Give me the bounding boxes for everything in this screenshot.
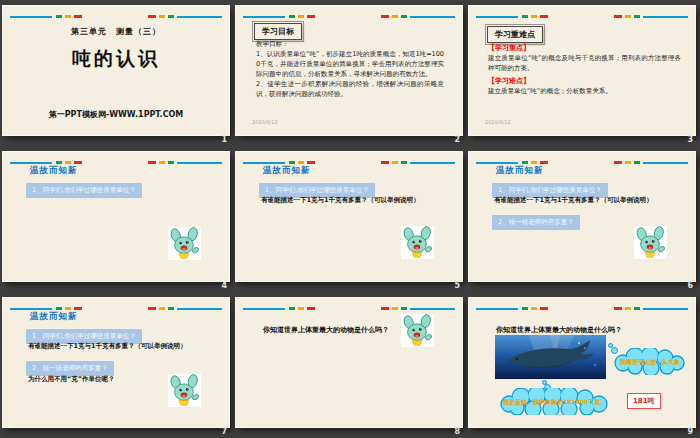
slide-cell-6: 温故而知新 1、同学们,你们学过哪些质量单位？ 有谁能描述一下1克与1千克有多重… (466, 146, 699, 292)
slide-thumbnail-1[interactable]: 第三单元 测量（三） 吨的认识 第一PPT模板网-WWW.1PPT.COM (3, 6, 229, 135)
date-stamp: 2020/6/12 (485, 119, 511, 125)
slide-thumbnail-4[interactable]: 温故而知新 1、同学们,你们学过哪些质量单位？ (3, 152, 229, 281)
review-title: 温故而知新 (496, 165, 544, 177)
question-2-box: 2、猜一猜老师约有多重？ (492, 215, 580, 230)
slide-thumbnail-3[interactable]: 学习重难点 【学习重点】 建立质量单位“吨”的概念及吨与千克的换算；用列表的方法… (469, 6, 695, 135)
section-title-box: 学习重难点 (487, 26, 543, 43)
biggest-animal-question: 你知道世界上体重最大的动物是什么吗？ (263, 325, 389, 335)
page-number: 6 (687, 281, 693, 290)
decorative-stripe (10, 15, 222, 18)
speech-bubble-bottom: 我是蓝鲸，我的体重是181000千克。 (497, 388, 612, 415)
decorative-stripe (10, 307, 222, 310)
slide-cell-1: 第三单元 测量（三） 吨的认识 第一PPT模板网-WWW.1PPT.COM 1 (0, 0, 233, 146)
slide-thumbnail-9[interactable]: 你知道世界上体重最大的动物是什么吗？ (469, 298, 695, 427)
page-number: 1 (221, 135, 227, 144)
mascot-image (401, 314, 434, 351)
question-1-box: 1、同学们,你们学过哪些质量单位？ (26, 183, 142, 198)
slide-thumbnail-5[interactable]: 温故而知新 1、同学们,你们学过哪些质量单位？ 有谁能描述一下1克与1千克有多重… (236, 152, 462, 281)
decorative-stripe (243, 307, 455, 310)
page-number: 5 (454, 281, 460, 290)
mascot-image (401, 226, 434, 263)
describe-weight-line: 有谁能描述一下1克与1千克有多重？（可以举例说明） (28, 342, 187, 351)
source-footer: 第一PPT模板网-WWW.1PPT.COM (3, 109, 229, 120)
bubble-bottom-text: 我是蓝鲸，我的体重是181000千克。 (497, 398, 612, 407)
page-number: 7 (221, 427, 227, 436)
key-point-text: 建立质量单位“吨”的概念及吨与千克的换算；用列表的方法整理各种可能的方案。 (488, 53, 681, 73)
difficulty-text: 建立质量单位“吨”的概念；分析数量关系。 (488, 86, 681, 96)
mascot-image (634, 226, 667, 263)
slide-thumbnail-7[interactable]: 温故而知新 1、同学们,你们学过哪些质量单位？ 有谁能描述一下1克与1千克有多重… (3, 298, 229, 427)
describe-weight-line: 有谁能描述一下1克与1千克有多重？（可以举例说明） (494, 196, 653, 205)
key-point-label: 【学习重点】 (488, 43, 530, 53)
slide-cell-9: 你知道世界上体重最大的动物是什么吗？ (466, 292, 699, 438)
review-title: 温故而知新 (263, 165, 311, 177)
review-title: 温故而知新 (30, 165, 78, 177)
page-number: 3 (687, 135, 693, 144)
review-title: 温故而知新 (30, 311, 78, 323)
goal-paragraph-2: 2、使学生进一步积累解决问题的经验，增强解决问题的策略意识，获得解决问题的成功经… (256, 79, 444, 99)
slide-thumbnail-2[interactable]: 学习目标 教学目标： 1、认识质量单位“吨”，初步建立1吨的质量概念，知道1吨=… (236, 6, 462, 135)
presentation-title: 吨的认识 (3, 46, 229, 72)
page-number: 9 (687, 427, 693, 436)
slide-cell-5: 温故而知新 1、同学们,你们学过哪些质量单位？ 有谁能描述一下1克与1千克有多重… (233, 146, 466, 292)
question-2-box: 2、猜一猜老师约有多重？ (26, 361, 114, 376)
decorative-stripe (476, 161, 688, 164)
decorative-stripe (243, 15, 455, 18)
slide-cell-7: 温故而知新 1、同学们,你们学过哪些质量单位？ 有谁能描述一下1克与1千克有多重… (0, 292, 233, 438)
decorative-stripe (10, 161, 222, 164)
why-not-gram-line: 为什么用不用“克”作单位呢？ (28, 375, 115, 384)
page-number: 4 (221, 281, 227, 290)
difficulty-label: 【学习难点】 (488, 76, 530, 86)
bubble-right-text: 我嘴里可以放一头大象 (611, 358, 689, 367)
slide-cell-8: 你知道世界上体重最大的动物是什么吗？ (233, 292, 466, 438)
slide-cell-4: 温故而知新 1、同学们,你们学过哪些质量单位？ (0, 146, 233, 292)
tons-answer-box: 181吨 (627, 393, 661, 409)
unit-subtitle: 第三单元 测量（三） (3, 26, 229, 37)
page-number: 2 (454, 135, 460, 144)
slide-cell-3: 学习重难点 【学习重点】 建立质量单位“吨”的概念及吨与千克的换算；用列表的方法… (466, 0, 699, 146)
goals-heading: 教学目标： (256, 39, 444, 49)
slide-thumbnail-8[interactable]: 你知道世界上体重最大的动物是什么吗？ (236, 298, 462, 427)
section-title-box: 学习目标 (254, 23, 302, 40)
page-number: 8 (454, 427, 460, 436)
decorative-stripe (476, 15, 688, 18)
date-stamp: 2020/6/12 (252, 119, 278, 125)
biggest-animal-question: 你知道世界上体重最大的动物是什么吗？ (496, 325, 622, 335)
slide-thumbnail-6[interactable]: 温故而知新 1、同学们,你们学过哪些质量单位？ 有谁能描述一下1克与1千克有多重… (469, 152, 695, 281)
speech-bubble-right: 我嘴里可以放一头大象 (611, 348, 689, 375)
goal-paragraph-1: 1、认识质量单位“吨”，初步建立1吨的质量概念，知道1吨=1000千克，并能进行… (256, 49, 444, 79)
decorative-stripe (243, 161, 455, 164)
describe-weight-line: 有谁能描述一下1克与1千克有多重？（可以举例说明） (261, 196, 420, 205)
slide-cell-2: 学习目标 教学目标： 1、认识质量单位“吨”，初步建立1吨的质量概念，知道1吨=… (233, 0, 466, 146)
mascot-image (168, 227, 201, 264)
decorative-stripe (476, 307, 688, 310)
mascot-image (168, 374, 201, 411)
slide-sorter-canvas: 第三单元 测量（三） 吨的认识 第一PPT模板网-WWW.1PPT.COM 1 … (0, 0, 700, 438)
whale-photo (495, 335, 606, 379)
